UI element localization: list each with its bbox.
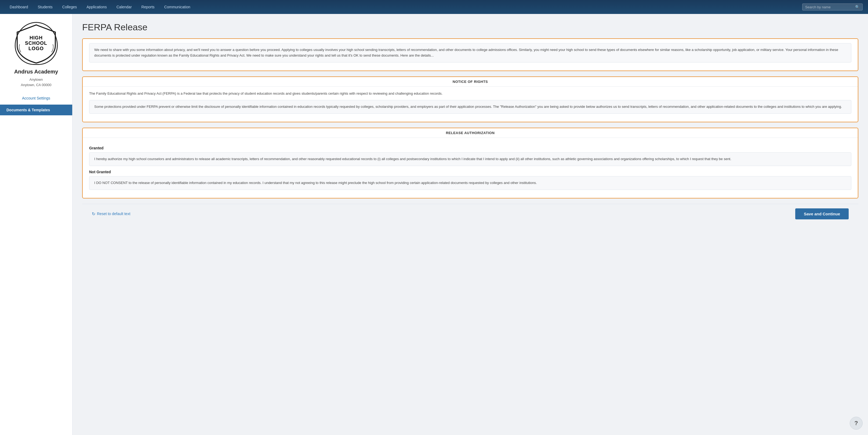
reset-link[interactable]: ↻ Reset to default text	[92, 211, 130, 216]
navbar: Dashboard Students Colleges Applications…	[0, 0, 868, 14]
nav-item-students[interactable]: Students	[34, 3, 57, 11]
nav-item-calendar[interactable]: Calendar	[112, 3, 136, 11]
page-footer: ↻ Reset to default text Save and Continu…	[82, 204, 858, 224]
main-content: FERPA Release We need to share with you …	[72, 14, 868, 435]
nav-item-dashboard[interactable]: Dashboard	[5, 3, 32, 11]
release-card: RELEASE AUTHORIZATION Granted I hereby a…	[82, 128, 858, 198]
search-box: 🔍	[802, 3, 863, 10]
documents-templates-item[interactable]: Documents & Templates	[0, 105, 72, 115]
page-title: FERPA Release	[82, 22, 858, 32]
notice-header: NOTICE OF RIGHTS	[83, 77, 858, 87]
granted-text-block: I hereby authorize my high school counse…	[89, 152, 851, 166]
save-continue-button[interactable]: Save and Continue	[795, 208, 849, 220]
search-icon: 🔍	[855, 5, 860, 9]
notice-card: NOTICE OF RIGHTS The Family Educational …	[82, 76, 858, 123]
school-logo: HIGH SCHOOL LOGO	[15, 22, 58, 65]
help-button[interactable]: ?	[850, 417, 863, 430]
intro-card-body: We need to share with you some informati…	[83, 39, 858, 70]
nav-item-applications[interactable]: Applications	[82, 3, 111, 11]
sidebar: HIGH SCHOOL LOGO Andrus Academy Anytown …	[0, 14, 72, 435]
notice-block-text: Some protections provided under FERPA pr…	[89, 100, 851, 114]
release-card-body: Granted I hereby authorize my high schoo…	[83, 138, 858, 198]
nav-item-communication[interactable]: Communication	[160, 3, 195, 11]
reset-icon: ↻	[92, 211, 95, 216]
layout: HIGH SCHOOL LOGO Andrus Academy Anytown …	[0, 14, 868, 435]
school-name: Andrus Academy	[14, 69, 58, 75]
school-address: Anytown Anytown, CA 00000	[21, 77, 51, 88]
intro-text-block: We need to share with you some informati…	[89, 43, 851, 63]
logo-text-line1: HIGH SCHOOL LOGO	[25, 35, 47, 51]
release-header: RELEASE AUTHORIZATION	[83, 128, 858, 138]
granted-label: Granted	[89, 146, 851, 150]
notice-card-body: The Family Educational Rights and Privac…	[83, 87, 858, 122]
not-granted-text-block: I DO NOT CONSENT to the release of perso…	[89, 176, 851, 190]
sidebar-logo-area: HIGH SCHOOL LOGO Andrus Academy Anytown …	[0, 14, 72, 93]
not-granted-label: Not Granted	[89, 170, 851, 174]
notice-text: The Family Educational Rights and Privac…	[89, 91, 851, 97]
search-input[interactable]	[805, 5, 854, 9]
account-settings-link[interactable]: Account Settings	[0, 93, 72, 103]
intro-card: We need to share with you some informati…	[82, 38, 858, 71]
reset-label: Reset to default text	[97, 211, 130, 216]
nav-item-reports[interactable]: Reports	[137, 3, 159, 11]
nav-item-colleges[interactable]: Colleges	[58, 3, 81, 11]
